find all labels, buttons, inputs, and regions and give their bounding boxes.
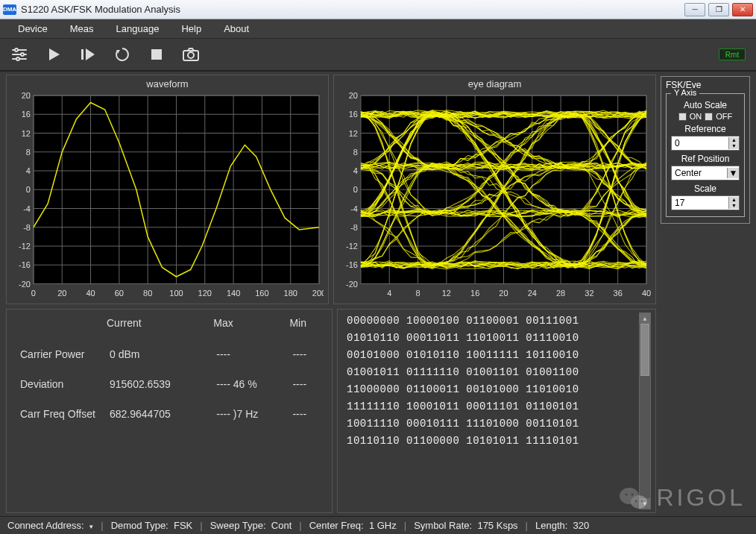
svg-text:-20: -20 bbox=[346, 279, 358, 288]
svg-point-104 bbox=[631, 493, 634, 495]
status-demod-label: Demod Type: bbox=[111, 520, 168, 531]
on-label: ON bbox=[690, 112, 702, 121]
maximize-button[interactable]: ❐ bbox=[708, 3, 729, 16]
svg-text:40: 40 bbox=[642, 289, 651, 298]
minimize-button[interactable]: ─ bbox=[684, 3, 705, 16]
svg-text:-16: -16 bbox=[19, 260, 31, 269]
status-length-value: 320 bbox=[573, 520, 590, 531]
scroll-up-icon[interactable]: ▲ bbox=[640, 313, 650, 324]
window-titlebar: DMA S1220 ASK/FSK Modulation Analysis ─ … bbox=[0, 0, 756, 19]
svg-rect-10 bbox=[151, 49, 162, 60]
svg-text:16: 16 bbox=[349, 110, 358, 119]
svg-point-4 bbox=[21, 53, 24, 56]
refresh-icon[interactable] bbox=[113, 45, 131, 63]
spin-down-icon[interactable]: ▼ bbox=[728, 203, 739, 209]
reference-label: Reference bbox=[671, 124, 740, 134]
status-center-value: 1 GHz bbox=[369, 520, 397, 531]
menubar: Device Meas Language Help About bbox=[0, 19, 756, 39]
svg-text:16: 16 bbox=[22, 110, 31, 119]
spin-down-icon[interactable]: ▼ bbox=[728, 143, 739, 149]
yaxis-legend: Y Axis bbox=[671, 88, 699, 97]
stats-cell: 682.9644705 bbox=[107, 399, 213, 429]
reference-input[interactable]: 0 ▲▼ bbox=[671, 136, 740, 151]
menu-language[interactable]: Language bbox=[106, 21, 170, 37]
svg-text:24: 24 bbox=[528, 289, 537, 298]
svg-point-3 bbox=[15, 48, 18, 51]
svg-text:-8: -8 bbox=[350, 223, 358, 232]
svg-point-102 bbox=[631, 495, 647, 509]
svg-text:60: 60 bbox=[115, 289, 124, 298]
waveform-title: waveform bbox=[7, 75, 328, 91]
menu-about[interactable]: About bbox=[213, 21, 259, 37]
svg-text:32: 32 bbox=[585, 289, 593, 298]
rigol-watermark: RIGOL bbox=[619, 484, 746, 512]
camera-icon[interactable] bbox=[182, 45, 200, 63]
svg-point-103 bbox=[626, 493, 628, 495]
svg-text:140: 140 bbox=[227, 289, 240, 298]
close-button[interactable]: ✕ bbox=[732, 3, 753, 16]
menu-meas[interactable]: Meas bbox=[60, 21, 104, 37]
autoscale-off-radio[interactable] bbox=[705, 113, 713, 121]
scale-input[interactable]: 17 ▲▼ bbox=[671, 195, 740, 210]
waveform-panel: waveform 020406080100120140160180200-20-… bbox=[6, 75, 329, 304]
eye-title: eye diagram bbox=[334, 75, 655, 91]
svg-text:4: 4 bbox=[26, 166, 31, 175]
svg-text:20: 20 bbox=[499, 289, 508, 298]
status-demod-value: FSK bbox=[174, 520, 192, 531]
stats-panel: Current Max Min Carrier Power 0 dBm ----… bbox=[6, 309, 333, 513]
play-icon[interactable] bbox=[45, 45, 63, 63]
svg-text:8: 8 bbox=[415, 289, 420, 298]
spin-up-icon[interactable]: ▲ bbox=[728, 197, 739, 203]
svg-text:200: 200 bbox=[312, 289, 324, 298]
svg-text:20: 20 bbox=[22, 92, 31, 100]
stats-cell: ---- bbox=[289, 339, 321, 369]
eye-chart: 481216202428323640-20-16-12-8-4048121620 bbox=[338, 92, 651, 299]
watermark-text: RIGOL bbox=[656, 484, 746, 512]
svg-text:8: 8 bbox=[353, 148, 358, 157]
svg-point-105 bbox=[635, 500, 637, 502]
status-symrate-label: Symbol Rate: bbox=[414, 520, 472, 531]
fsk-eye-panel: FSK/Eye Y Axis Auto Scale ON OFF Referen… bbox=[661, 76, 750, 224]
chevron-down-icon: ▼ bbox=[727, 168, 739, 178]
stats-cell: ---- 46 % bbox=[213, 369, 289, 399]
autoscale-on-radio[interactable] bbox=[678, 113, 687, 121]
spin-up-icon[interactable]: ▲ bbox=[728, 137, 739, 143]
refpos-select[interactable]: Center ▼ bbox=[671, 166, 740, 180]
svg-text:0: 0 bbox=[353, 185, 358, 194]
step-icon[interactable] bbox=[79, 45, 97, 63]
refpos-label: Ref Position bbox=[671, 154, 740, 164]
stats-row-label: Carr Freq Offset bbox=[17, 399, 107, 429]
svg-text:12: 12 bbox=[442, 289, 451, 298]
window-title: S1220 ASK/FSK Modulation Analysis bbox=[21, 4, 684, 15]
menu-device[interactable]: Device bbox=[7, 21, 58, 37]
svg-point-12 bbox=[188, 52, 194, 58]
svg-text:120: 120 bbox=[198, 289, 212, 298]
scroll-thumb[interactable] bbox=[640, 324, 649, 376]
eye-panel: eye diagram 481216202428323640-20-16-12-… bbox=[333, 75, 656, 304]
menu-help[interactable]: Help bbox=[171, 21, 212, 37]
stats-cell: ---- bbox=[289, 399, 321, 429]
bits-panel: 00000000 10000100 01100001 00111001 0101… bbox=[337, 309, 656, 513]
svg-text:-8: -8 bbox=[23, 223, 31, 232]
svg-text:28: 28 bbox=[556, 289, 565, 298]
svg-text:-20: -20 bbox=[19, 279, 31, 288]
bits-content: 00000000 10000100 01100001 00111001 0101… bbox=[347, 312, 636, 509]
stats-row-label: Deviation bbox=[17, 369, 107, 399]
stats-row-label: Carrier Power bbox=[17, 339, 107, 369]
stats-header-current: Current bbox=[107, 317, 213, 339]
svg-text:4: 4 bbox=[387, 289, 391, 298]
status-center-label: Center Freq: bbox=[309, 520, 364, 531]
bits-scrollbar[interactable]: ▲ ▼ bbox=[639, 312, 651, 509]
svg-text:20: 20 bbox=[57, 289, 66, 298]
stats-cell: ---- )7 Hz bbox=[213, 399, 289, 429]
chevron-down-icon[interactable]: ▾ bbox=[86, 523, 93, 530]
status-connect-label: Connect Address: bbox=[7, 520, 84, 531]
svg-text:80: 80 bbox=[143, 289, 152, 298]
settings-icon[interactable] bbox=[10, 45, 28, 63]
svg-text:0: 0 bbox=[26, 185, 31, 194]
stop-icon[interactable] bbox=[148, 45, 166, 63]
stats-header-max: Max bbox=[213, 317, 289, 339]
svg-point-5 bbox=[16, 57, 19, 60]
autoscale-label: Auto Scale bbox=[671, 100, 740, 110]
svg-text:8: 8 bbox=[26, 148, 31, 157]
